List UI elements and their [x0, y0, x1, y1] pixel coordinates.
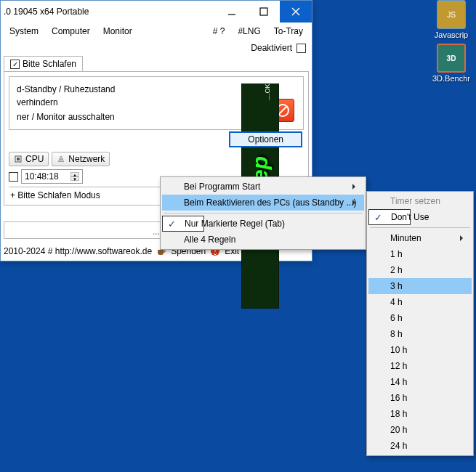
time-input[interactable]: 10:48:18 ▲▼	[21, 169, 83, 184]
menu-item[interactable]: 20 h	[368, 422, 472, 438]
file-icon: JS	[437, 0, 466, 29]
menu-item[interactable]: Bei Programm Start	[162, 179, 364, 195]
menu-item[interactable]: Alle 4 Regeln	[162, 232, 364, 248]
tab-bitte-schlafen[interactable]: ✓ Bitte Schlafen	[4, 56, 83, 71]
svg-line-5	[279, 107, 287, 115]
svg-rect-7	[17, 158, 20, 160]
menubar: System Computer Monitor # ? #LNG To-Tray	[1, 23, 312, 40]
titlebar[interactable]: .0 19045 x64 Portable	[1, 1, 312, 23]
chip-network[interactable]: Netzwerk	[52, 152, 110, 166]
chip-cpu[interactable]: CPU	[9, 152, 49, 166]
copyright[interactable]: 2010-2024 # http://www.softwareok.de	[4, 246, 152, 256]
time-spinner[interactable]: ▲▼	[70, 172, 79, 181]
desktop-icon-javascript[interactable]: JS Javascrip	[428, 0, 475, 39]
reactivate-submenu: Timer setzenDon't UseMinuten1 h2 h3 h4 h…	[366, 191, 474, 456]
menu-help[interactable]: # ?	[207, 24, 231, 38]
options-context-menu: Bei Programm StartBeim Reaktivieren des …	[160, 176, 366, 250]
file-icon: 3D	[437, 44, 466, 73]
menu-computer[interactable]: Computer	[46, 24, 96, 38]
menu-system[interactable]: System	[4, 24, 44, 38]
window-title: .0 19045 x64 Portable	[1, 7, 216, 17]
menu-item[interactable]: 24 h	[368, 438, 472, 454]
menu-item[interactable]: 4 h	[368, 294, 472, 310]
desktop-icon-label: 3D.Benchr	[428, 74, 475, 83]
tab-checkbox[interactable]: ✓	[10, 60, 20, 69]
menu-item[interactable]: 8 h	[368, 326, 472, 342]
close-button[interactable]	[280, 1, 312, 23]
menu-item[interactable]: Nur Markierte Regel (Tab)	[162, 216, 204, 232]
desktop-icon-3dbench[interactable]: 3D 3D.Benchr	[428, 44, 475, 83]
cpu-icon	[14, 155, 23, 163]
menu-item[interactable]: Beim Reaktivieren des PCs (aus Standby .…	[162, 195, 364, 211]
menu-item[interactable]: 3 h	[368, 278, 472, 294]
menu-monitor[interactable]: Monitor	[97, 24, 138, 38]
menu-item[interactable]: 10 h	[368, 342, 472, 358]
maximize-button[interactable]	[248, 1, 280, 23]
deactivate-label: Deaktiviert	[251, 43, 292, 53]
tab-label: Bitte Schlafen	[23, 59, 76, 69]
menu-item[interactable]: 2 h	[368, 262, 472, 278]
menu-totray[interactable]: To-Tray	[268, 24, 309, 38]
options-button[interactable]: Optionen	[229, 131, 302, 147]
menu-item[interactable]: Don't Use	[368, 209, 411, 225]
network-icon	[57, 155, 65, 163]
minimize-button[interactable]	[216, 1, 248, 23]
menu-language[interactable]: #LNG	[232, 24, 266, 38]
menu-item[interactable]: 16 h	[368, 390, 472, 406]
menu-item: Timer setzen	[368, 193, 472, 209]
menu-item[interactable]: 18 h	[368, 406, 472, 422]
deactivate-row: Deaktiviert	[1, 40, 312, 56]
menu-item[interactable]: 12 h	[368, 358, 472, 374]
deactivate-checkbox[interactable]	[297, 44, 306, 53]
menu-item[interactable]: Minuten	[368, 230, 472, 246]
time-checkbox[interactable]	[9, 172, 18, 182]
menu-item[interactable]: 1 h	[368, 246, 472, 262]
desktop-icon-label: Javascrip	[428, 30, 475, 39]
menu-item[interactable]: 14 h	[368, 374, 472, 390]
svg-rect-1	[260, 8, 267, 15]
menu-item[interactable]: 6 h	[368, 310, 472, 326]
